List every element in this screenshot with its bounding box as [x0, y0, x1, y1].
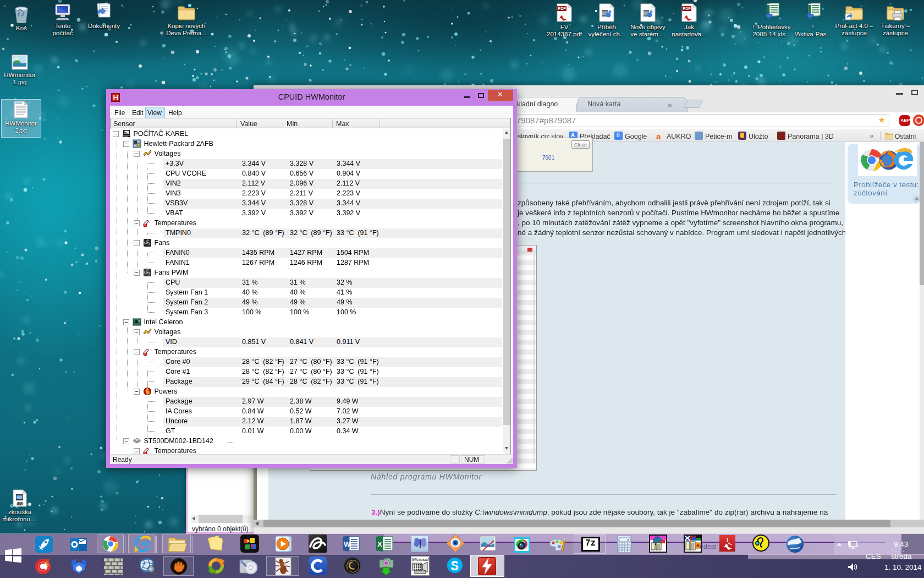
- svg-text:W: W: [344, 540, 351, 548]
- svg-text:X: X: [377, 540, 382, 548]
- svg-text:PDF: PDF: [558, 7, 566, 10]
- svg-text:Microsoft: Microsoft: [412, 557, 429, 562]
- svg-text:AVI: AVI: [17, 501, 23, 505]
- svg-text:PDF: PDF: [683, 7, 691, 10]
